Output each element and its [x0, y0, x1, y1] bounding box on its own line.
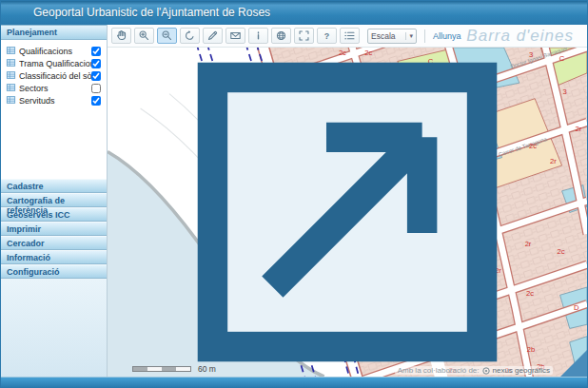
- layer-item-qualificacions[interactable]: Qualificacions: [4, 45, 104, 57]
- layer-icon: [4, 70, 19, 82]
- toolbar-watermark: Barra d'eines: [466, 27, 581, 46]
- toolbar: ? Escala ▾ Allunya Barra d'eines: [108, 25, 587, 48]
- panel-header-cadastre[interactable]: Cadastre: [1, 179, 107, 193]
- layer-label: Qualificacions: [19, 47, 91, 56]
- layer-label: Sectors: [19, 84, 91, 93]
- titlebar: Geoportal Urbanistic de l'Ajuntament de …: [1, 1, 587, 25]
- map-viewport: Carrer de BarcelonaCarrer de LleidaCarre…: [108, 48, 587, 377]
- panel-header-cartografia-de-referencia[interactable]: Cartografia de referència: [1, 193, 107, 207]
- layer-item-trama-qualificacions[interactable]: Trama Qualificacions: [4, 57, 104, 69]
- select-extent-tool-button[interactable]: [225, 28, 245, 44]
- help-tool-button[interactable]: ?: [317, 28, 337, 44]
- globe-icon: [275, 29, 287, 42]
- layer-checkbox-classificacio-del-sol[interactable]: [91, 71, 101, 81]
- layer-checkbox-trama-qualificacions[interactable]: [91, 59, 101, 68]
- sidebar: Planejament QualificacionsTrama Qualific…: [1, 25, 108, 377]
- measure-tool-button[interactable]: [203, 28, 223, 44]
- layer-item-sectors[interactable]: Sectors: [4, 82, 104, 94]
- layer-label: Classificació del sòl: [19, 71, 91, 81]
- layer-item-classificacio-del-sol[interactable]: Classificació del sòl: [4, 69, 104, 82]
- panel-header-planejament[interactable]: Planejament: [1, 25, 107, 40]
- print-tool-button[interactable]: [271, 28, 291, 44]
- toolbar-separator: [424, 29, 425, 43]
- magnifier-plus-icon: [138, 29, 150, 42]
- layer-icon: [4, 46, 19, 57]
- panel-header-imprimir[interactable]: Imprimir: [1, 222, 107, 236]
- layer-icon: [4, 58, 19, 69]
- envelope-icon: [229, 29, 242, 42]
- zoom-out-tool-button[interactable]: [157, 28, 177, 44]
- layer-item-servituds[interactable]: Servituds: [4, 94, 104, 107]
- fullscreen-arrows-icon: [298, 29, 310, 42]
- layer-checkbox-servituds[interactable]: [91, 96, 101, 106]
- legend-tool-button[interactable]: [340, 28, 360, 44]
- question-icon: ?: [321, 29, 333, 42]
- scale-dropdown-label: Escala: [371, 31, 396, 41]
- panel-header-label: Planejament: [7, 28, 57, 37]
- app-window: Geoportal Urbanistic de l'Ajuntament de …: [0, 0, 588, 388]
- scale-dropdown[interactable]: Escala ▾: [367, 29, 417, 44]
- active-tool-label: Allunya: [433, 31, 461, 41]
- full-extent-tool-button[interactable]: [294, 28, 314, 44]
- layer-icon: [4, 95, 19, 107]
- layer-checkbox-qualificacions[interactable]: [91, 47, 101, 56]
- info-tool-button[interactable]: [248, 28, 268, 44]
- layer-label: Trama Qualificacions: [19, 59, 91, 68]
- overview-map-icon: [108, 48, 587, 377]
- panel-header-geoserveis-icc[interactable]: Geoserveis ICC: [1, 207, 107, 222]
- layer-tree: QualificacionsTrama QualificacionsClassi…: [1, 40, 107, 179]
- list-icon: [343, 29, 356, 42]
- zoom-in-tool-button[interactable]: [134, 28, 154, 44]
- pan-tool-button[interactable]: [111, 28, 131, 44]
- chevron-down-icon: ▾: [405, 32, 413, 40]
- sidebar-filler: [1, 279, 107, 377]
- hand-icon: [115, 29, 127, 42]
- previous-view-tool-button[interactable]: [180, 28, 200, 44]
- refresh-arrow-icon: [184, 29, 196, 42]
- panel-header-informacio[interactable]: Informació: [1, 250, 107, 264]
- panel-header-configuracio[interactable]: Configuració: [1, 264, 107, 279]
- layer-icon: [4, 83, 19, 94]
- svg-text:?: ?: [324, 31, 329, 41]
- window-bottom-edge: [1, 377, 587, 387]
- layer-label: Servituds: [19, 96, 91, 106]
- magnifier-minus-icon: [161, 29, 173, 42]
- pencil-icon: [206, 29, 219, 42]
- info-icon: [252, 29, 265, 42]
- app-title: Geoportal Urbanistic de l'Ajuntament de …: [33, 6, 270, 19]
- panel-header-cercador[interactable]: Cercador: [1, 236, 107, 250]
- layer-checkbox-sectors[interactable]: [91, 84, 101, 93]
